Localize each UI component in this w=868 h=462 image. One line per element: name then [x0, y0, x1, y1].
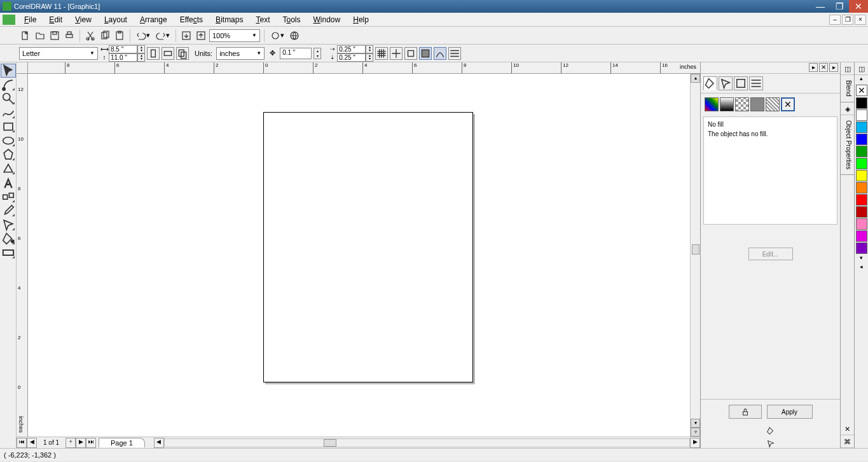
save-button[interactable] [48, 29, 61, 42]
snap-guidelines-button[interactable] [390, 47, 403, 60]
nudge-input[interactable]: 0.1 " [280, 48, 312, 59]
copy-button[interactable] [99, 29, 111, 42]
zoom-combo[interactable]: 100%▼ [209, 29, 260, 42]
basic-shapes-tool[interactable] [1, 162, 16, 176]
interactive-blend-tool[interactable] [1, 190, 16, 204]
menu-bitmaps[interactable]: Bitmaps [209, 14, 249, 25]
width-spinner[interactable]: ▴▾ [137, 45, 145, 53]
docker-expand-button[interactable]: ▸ [809, 63, 818, 72]
add-page-button[interactable]: + [65, 438, 76, 448]
color-swatch[interactable] [856, 170, 867, 181]
vertical-ruler[interactable]: inches 121086420 [17, 74, 28, 437]
options-button[interactable] [448, 47, 461, 60]
menu-edit[interactable]: Edit [43, 14, 69, 25]
first-page-button[interactable]: ⏮ [17, 438, 27, 448]
edit-fill-button[interactable]: Edit... [748, 248, 793, 260]
fountain-fill-button[interactable] [720, 97, 734, 111]
outline-tool[interactable] [1, 218, 16, 232]
ellipse-tool[interactable] [1, 134, 16, 148]
portrait-button[interactable] [147, 47, 160, 60]
minimize-button[interactable]: — [811, 0, 830, 13]
polygon-tool[interactable] [1, 148, 16, 162]
color-swatch[interactable] [856, 109, 867, 121]
shape-tool[interactable] [1, 78, 16, 92]
lock-button[interactable] [729, 405, 762, 419]
ruler-origin[interactable] [17, 62, 28, 74]
color-swatch[interactable] [856, 206, 867, 218]
menu-arrange[interactable]: Arrange [134, 14, 174, 25]
palette-menu-button[interactable]: ◫ [855, 62, 868, 75]
fill-tab[interactable] [703, 76, 717, 90]
undo-button[interactable]: ▾ [134, 29, 152, 42]
drawing-canvas[interactable] [28, 74, 690, 437]
nudge-spinner[interactable]: ▴▾ [313, 48, 321, 59]
page-tab[interactable]: Page 1 [99, 438, 145, 447]
zoom-tool[interactable] [1, 92, 16, 106]
app-launcher-button[interactable]: ▾ [268, 29, 286, 42]
color-swatch[interactable] [856, 134, 867, 145]
landscape-button[interactable] [162, 47, 174, 60]
menu-file[interactable]: File [18, 14, 43, 25]
app-menu-icon[interactable] [3, 15, 15, 25]
pick-tool[interactable] [1, 64, 16, 78]
color-swatch[interactable] [856, 122, 867, 133]
paper-size-combo[interactable]: Letter▼ [19, 47, 98, 60]
texture-fill-button[interactable] [750, 97, 764, 111]
uniform-fill-button[interactable] [705, 97, 719, 111]
set-default-button[interactable] [176, 47, 189, 60]
outline-tab[interactable] [719, 76, 733, 90]
paste-button[interactable] [113, 29, 126, 42]
menu-layout[interactable]: Layout [98, 14, 134, 25]
docker-close-button[interactable]: ✕ [819, 63, 828, 72]
fill-tool[interactable] [1, 232, 16, 246]
maximize-button[interactable]: ❐ [830, 0, 849, 13]
no-color-swatch[interactable] [856, 85, 867, 96]
export-button[interactable] [195, 29, 207, 42]
color-swatch[interactable] [856, 97, 867, 109]
last-page-button[interactable]: ⏭ [86, 438, 96, 448]
vertical-scrollbar[interactable]: ▴ ▾ ▿ [690, 74, 700, 437]
print-button[interactable] [63, 29, 76, 42]
dup-x-spinner[interactable]: ▴▾ [366, 45, 373, 53]
doc-close-button[interactable]: × [855, 15, 866, 25]
new-button[interactable] [19, 29, 32, 42]
object-properties-docker-tab[interactable]: Object Properties [841, 115, 854, 175]
rectangle-tool[interactable] [1, 120, 16, 134]
snap-grid-button[interactable] [375, 47, 388, 60]
palette-expand[interactable]: ◂ [855, 263, 868, 272]
blend-docker-tab[interactable]: Blend [841, 75, 854, 102]
interactive-fill-tool[interactable] [1, 246, 16, 260]
doc-restore-button[interactable]: ❐ [842, 15, 853, 25]
docker-collapse-button[interactable]: ▸ [829, 63, 838, 72]
redo-button[interactable]: ▾ [154, 29, 172, 42]
horizontal-ruler[interactable]: inches 86420246810121416 [28, 62, 700, 74]
menu-view[interactable]: View [69, 14, 98, 25]
next-page-button[interactable]: ▶ [76, 438, 86, 448]
height-spinner[interactable]: ▴▾ [137, 53, 145, 62]
text-tool[interactable] [1, 176, 16, 190]
horizontal-scrollbar[interactable]: ◀ ▶ [154, 438, 700, 448]
color-swatch[interactable] [856, 158, 867, 169]
general-tab[interactable] [734, 76, 748, 90]
docker-icon-2[interactable]: ◈ [841, 102, 854, 115]
cut-button[interactable] [84, 29, 97, 42]
docker-icon-1[interactable]: ◫ [841, 62, 854, 75]
color-swatch[interactable] [856, 182, 867, 193]
prev-page-button[interactable]: ◀ [27, 438, 37, 448]
page-width-input[interactable]: 8.5 " [109, 45, 137, 53]
menu-tools[interactable]: Tools [276, 14, 307, 25]
color-swatch[interactable] [856, 218, 867, 230]
corel-online-button[interactable] [288, 29, 301, 42]
dup-y-spinner[interactable]: ▴▾ [366, 53, 373, 62]
units-combo[interactable]: inches▼ [216, 47, 265, 60]
color-swatch[interactable] [856, 230, 867, 242]
menu-effects[interactable]: Effects [174, 14, 209, 25]
snap-objects-button[interactable] [404, 47, 417, 60]
freehand-tool[interactable] [1, 106, 16, 120]
color-swatch[interactable] [856, 194, 867, 206]
close-button[interactable]: ✕ [849, 0, 868, 13]
menu-window[interactable]: Window [307, 14, 347, 25]
no-fill-button[interactable]: ✕ [781, 97, 795, 111]
palette-scroll-up[interactable]: ▴ [855, 75, 868, 84]
treat-as-filled-button[interactable] [419, 47, 432, 60]
